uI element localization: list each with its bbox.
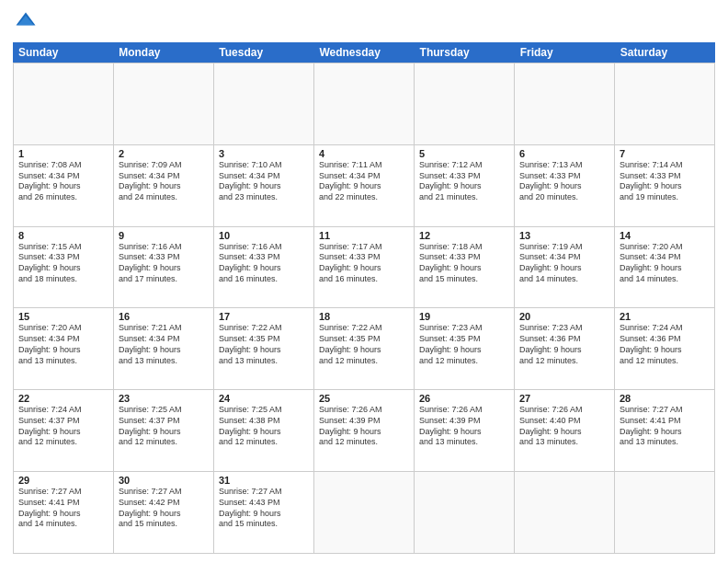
day-number: 30 [119,475,209,486]
cell-line: and 16 minutes. [319,274,409,285]
cell-line: Sunrise: 7:15 AM [18,242,108,253]
cell-line: Sunrise: 7:26 AM [519,405,609,416]
cell-line: Sunset: 4:34 PM [519,252,609,263]
calendar-cell: 16Sunrise: 7:21 AMSunset: 4:34 PMDayligh… [114,308,214,389]
cell-line: Sunrise: 7:22 AM [319,323,409,334]
cell-line: Daylight: 9 hours [219,345,309,356]
cell-line: Sunset: 4:35 PM [419,334,509,345]
cell-line: Sunset: 4:34 PM [219,171,309,182]
cell-line: Daylight: 9 hours [419,345,509,356]
logo-icon [13,9,39,35]
cell-line: Sunrise: 7:17 AM [319,242,409,253]
calendar-cell: 24Sunrise: 7:25 AMSunset: 4:38 PMDayligh… [214,390,314,471]
cell-line: Sunrise: 7:13 AM [519,160,609,171]
cell-line: Sunrise: 7:25 AM [119,405,209,416]
calendar-cell: 18Sunrise: 7:22 AMSunset: 4:35 PMDayligh… [314,308,415,389]
cell-line: Daylight: 9 hours [119,263,209,274]
calendar-cell [515,63,615,144]
cell-line: Sunset: 4:39 PM [319,416,409,427]
cell-line: Sunset: 4:34 PM [18,334,108,345]
calendar-row-1: 1Sunrise: 7:08 AMSunset: 4:34 PMDaylight… [14,144,715,226]
cell-line: Sunrise: 7:23 AM [519,323,609,334]
header-day-saturday: Saturday [615,42,715,63]
calendar-cell [314,63,415,144]
day-number: 8 [18,230,108,241]
cell-line: and 24 minutes. [119,192,209,203]
cell-line: Sunrise: 7:27 AM [620,405,710,416]
cell-line: Sunrise: 7:23 AM [419,323,509,334]
calendar-cell [214,63,314,144]
cell-line: Daylight: 9 hours [419,181,509,192]
cell-line: Sunset: 4:33 PM [18,252,108,263]
calendar-cell: 14Sunrise: 7:20 AMSunset: 4:34 PMDayligh… [615,227,715,308]
calendar-header: SundayMondayTuesdayWednesdayThursdayFrid… [13,42,715,63]
calendar-row-5: 29Sunrise: 7:27 AMSunset: 4:41 PMDayligh… [14,471,715,553]
calendar-row-4: 22Sunrise: 7:24 AMSunset: 4:37 PMDayligh… [14,389,715,471]
cell-line: Sunset: 4:36 PM [620,334,710,345]
day-number: 22 [18,393,108,404]
cell-line: and 12 minutes. [519,356,609,367]
cell-line: and 12 minutes. [119,437,209,448]
calendar-row-2: 8Sunrise: 7:15 AMSunset: 4:33 PMDaylight… [14,226,715,308]
cell-line: Sunset: 4:37 PM [119,416,209,427]
calendar-cell: 25Sunrise: 7:26 AMSunset: 4:39 PMDayligh… [314,390,415,471]
cell-line: Sunset: 4:33 PM [620,171,710,182]
calendar-cell: 23Sunrise: 7:25 AMSunset: 4:37 PMDayligh… [114,390,214,471]
cell-line: Sunset: 4:34 PM [319,171,409,182]
day-number: 24 [219,393,309,404]
calendar: SundayMondayTuesdayWednesdayThursdayFrid… [13,42,715,554]
day-number: 10 [219,230,309,241]
cell-line: and 17 minutes. [119,274,209,285]
cell-line: and 13 minutes. [219,356,309,367]
cell-line: Sunrise: 7:24 AM [620,323,710,334]
cell-line: Daylight: 9 hours [119,509,209,520]
day-number: 26 [419,393,509,404]
day-number: 31 [219,475,309,486]
cell-line: and 13 minutes. [620,437,710,448]
calendar-cell: 11Sunrise: 7:17 AMSunset: 4:33 PMDayligh… [314,227,415,308]
day-number: 17 [219,311,309,322]
day-number: 2 [119,148,209,159]
day-number: 5 [419,148,509,159]
cell-line: Daylight: 9 hours [519,263,609,274]
cell-line: Sunrise: 7:26 AM [419,405,509,416]
cell-line: Sunset: 4:40 PM [519,416,609,427]
cell-line: Sunrise: 7:12 AM [419,160,509,171]
day-number: 6 [519,148,609,159]
cell-line: Sunset: 4:33 PM [219,252,309,263]
header-day-monday: Monday [113,42,213,63]
cell-line: Daylight: 9 hours [119,427,209,438]
cell-line: Daylight: 9 hours [219,181,309,192]
calendar-cell: 5Sunrise: 7:12 AMSunset: 4:33 PMDaylight… [415,145,515,226]
calendar-cell: 6Sunrise: 7:13 AMSunset: 4:33 PMDaylight… [515,145,615,226]
header-day-friday: Friday [515,42,615,63]
cell-line: Daylight: 9 hours [620,427,710,438]
day-number: 19 [419,311,509,322]
calendar-cell: 12Sunrise: 7:18 AMSunset: 4:33 PMDayligh… [415,227,515,308]
header-day-wednesday: Wednesday [313,42,414,63]
calendar-cell: 10Sunrise: 7:16 AMSunset: 4:33 PMDayligh… [214,227,314,308]
day-number: 1 [18,148,108,159]
cell-line: Daylight: 9 hours [620,181,710,192]
day-number: 28 [620,393,710,404]
cell-line: Sunrise: 7:20 AM [620,242,710,253]
cell-line: and 13 minutes. [119,356,209,367]
cell-line: Daylight: 9 hours [519,345,609,356]
cell-line: Sunset: 4:33 PM [419,252,509,263]
cell-line: Sunrise: 7:26 AM [319,405,409,416]
day-number: 18 [319,311,409,322]
cell-line: and 12 minutes. [319,437,409,448]
cell-line: and 13 minutes. [419,437,509,448]
cell-line: Daylight: 9 hours [620,263,710,274]
day-number: 12 [419,230,509,241]
calendar-cell [314,472,415,553]
cell-line: Sunset: 4:34 PM [620,252,710,263]
cell-line: and 12 minutes. [419,356,509,367]
cell-line: Sunrise: 7:27 AM [18,487,108,498]
cell-line: and 13 minutes. [18,356,108,367]
calendar-cell: 27Sunrise: 7:26 AMSunset: 4:40 PMDayligh… [515,390,615,471]
calendar-cell: 30Sunrise: 7:27 AMSunset: 4:42 PMDayligh… [114,472,214,553]
cell-line: Sunrise: 7:18 AM [419,242,509,253]
cell-line: Sunrise: 7:20 AM [18,323,108,334]
cell-line: Sunrise: 7:09 AM [119,160,209,171]
